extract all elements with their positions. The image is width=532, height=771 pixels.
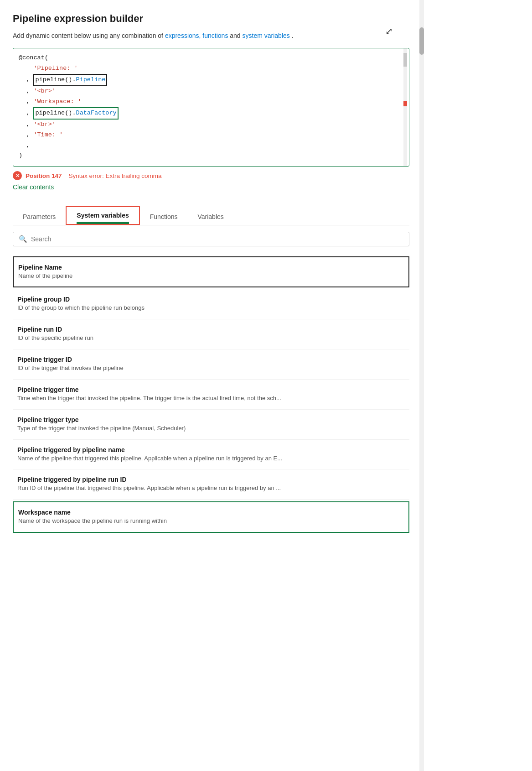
var-item-workspace-name[interactable]: Workspace name Name of the workspace the…	[13, 501, 409, 533]
code-line-5: , 'Workspace: '	[19, 97, 403, 107]
var-item-pipeline-trigger-type[interactable]: Pipeline trigger type Type of the trigge…	[13, 410, 409, 440]
var-name-4: Pipeline trigger time	[17, 386, 405, 393]
search-box[interactable]: 🔍	[13, 232, 409, 246]
code-line-9: ,	[19, 141, 403, 151]
code-line-1: @concat(	[19, 53, 403, 63]
var-name-8: Workspace name	[18, 509, 404, 516]
scrollbar-thumb[interactable]	[419, 27, 424, 55]
var-desc-3: ID of the trigger that invokes the pipel…	[17, 364, 405, 373]
var-item-pipeline-trigger-id[interactable]: Pipeline trigger ID ID of the trigger th…	[13, 349, 409, 380]
clear-contents-link[interactable]: Clear contents	[13, 183, 54, 191]
var-desc-4: Time when the trigger that invoked the p…	[17, 394, 405, 403]
system-variables-link[interactable]: system variables	[243, 32, 290, 39]
code-line-8: , 'Time: '	[19, 130, 403, 141]
description-prefix: Add dynamic content below using any comb…	[13, 32, 165, 39]
expressions-functions-link[interactable]: expressions, functions	[165, 32, 228, 39]
error-text: Position 147 Syntax error: Extra trailin…	[26, 172, 162, 179]
var-desc-5: Type of the trigger that invoked the pip…	[17, 424, 405, 433]
var-name-5: Pipeline trigger type	[17, 416, 405, 423]
code-line-4: , '<br>'	[19, 86, 403, 97]
var-item-pipeline-name[interactable]: Pipeline Name Name of the pipeline	[13, 256, 409, 288]
code-line-3: , pipeline().Pipeline	[19, 74, 403, 86]
var-desc-7: Run ID of the pipeline that triggered th…	[17, 484, 405, 493]
tabs-row: Parameters System variables Functions Va…	[13, 206, 409, 225]
var-name-2: Pipeline run ID	[17, 326, 405, 333]
var-item-pipeline-run-id[interactable]: Pipeline run ID ID of the specific pipel…	[13, 319, 409, 349]
tab-variables[interactable]: Variables	[187, 208, 233, 225]
code-line-6: , pipeline().DataFactory	[19, 107, 403, 120]
code-line-7: , '<br>'	[19, 120, 403, 130]
var-desc-0: Name of the pipeline	[18, 272, 404, 281]
var-name-7: Pipeline triggered by pipeline run ID	[17, 476, 405, 483]
panel-title: Pipeline expression builder	[13, 13, 409, 25]
var-item-triggered-by-name[interactable]: Pipeline triggered by pipeline name Name…	[13, 440, 409, 470]
var-desc-1: ID of the group to which the pipeline ru…	[17, 304, 405, 313]
expand-icon[interactable]: ⤢	[385, 26, 393, 36]
tab-parameters[interactable]: Parameters	[13, 208, 66, 225]
scrollbar[interactable]	[419, 0, 424, 771]
search-input[interactable]	[31, 235, 403, 243]
description-period: .	[292, 32, 294, 39]
var-desc-6: Name of the pipeline that triggered this…	[17, 454, 405, 463]
error-message: Syntax error: Extra trailing comma	[69, 172, 162, 179]
var-name-6: Pipeline triggered by pipeline name	[17, 446, 405, 453]
var-desc-2: ID of the specific pipeline run	[17, 334, 405, 343]
error-row: Position 147 Syntax error: Extra trailin…	[13, 171, 409, 180]
search-icon: 🔍	[19, 235, 27, 243]
var-name-1: Pipeline group ID	[17, 296, 405, 303]
tab-functions[interactable]: Functions	[140, 208, 188, 225]
description: Add dynamic content below using any comb…	[13, 31, 409, 41]
code-line-10: )	[19, 151, 403, 161]
pipeline-expression-builder-panel: Pipeline expression builder ⤢ Add dynami…	[0, 0, 424, 544]
variable-list: Pipeline Name Name of the pipeline Pipel…	[13, 255, 409, 535]
description-conjunction: and	[230, 32, 242, 39]
code-line-2: 'Pipeline: '	[19, 63, 403, 74]
var-item-pipeline-trigger-time[interactable]: Pipeline trigger time Time when the trig…	[13, 380, 409, 410]
var-item-pipeline-group-id[interactable]: Pipeline group ID ID of the group to whi…	[13, 289, 409, 319]
var-item-triggered-by-run-id[interactable]: Pipeline triggered by pipeline run ID Ru…	[13, 469, 409, 500]
var-desc-8: Name of the workspace the pipeline run i…	[18, 517, 404, 526]
error-position: Position 147	[26, 172, 62, 179]
error-icon	[13, 171, 22, 180]
var-name-0: Pipeline Name	[18, 264, 404, 271]
var-name-3: Pipeline trigger ID	[17, 356, 405, 363]
tab-system-variables[interactable]: System variables	[67, 207, 139, 223]
code-editor[interactable]: @concat( 'Pipeline: ' , pipeline().Pipel…	[13, 48, 409, 167]
